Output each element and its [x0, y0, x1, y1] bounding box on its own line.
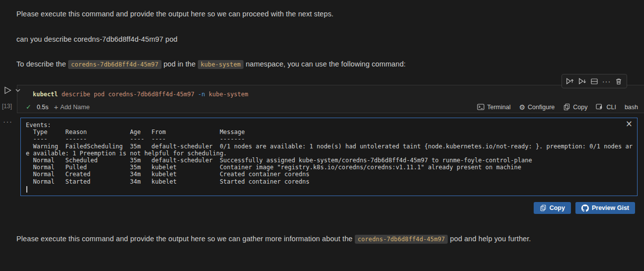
- copy-cell-button[interactable]: Copy: [563, 103, 587, 111]
- code-token-args: describe pod coredns-7db6d8ff4d-45m97: [62, 91, 198, 98]
- run-cell-button[interactable]: [3, 85, 22, 97]
- success-check-icon: ✓: [26, 103, 31, 111]
- cell-output: Events: Type Reason Age From Message ---…: [20, 118, 638, 196]
- output-menu-icon[interactable]: ···: [3, 117, 13, 126]
- run-cell-and-below-icon[interactable]: [577, 77, 586, 86]
- github-icon: [581, 204, 589, 212]
- output-actions: Copy Preview Gist: [534, 202, 635, 214]
- cli-icon: [596, 103, 604, 111]
- inline-code-pod-name-2: coredns-7db6d8ff4d-45m97: [355, 235, 448, 244]
- inline-code-namespace: kube-system: [198, 60, 244, 69]
- cell-status-bar: ✓ 0.5s +Add Name Terminal ⚙ Configure Co…: [17, 101, 644, 113]
- describe-middle: pod in the: [161, 60, 198, 68]
- terminal-cursor: [26, 186, 27, 193]
- delete-cell-icon[interactable]: [614, 77, 623, 86]
- chevron-down-icon: [16, 89, 20, 91]
- terminal-icon: [477, 103, 484, 111]
- cell-code[interactable]: kubectl describe pod coredns-7db6d8ff4d-…: [33, 91, 248, 98]
- user-message: can you describe coredns-7db6d8ff4d-45m9…: [16, 35, 177, 44]
- code-token-command: kubectl: [33, 91, 62, 98]
- assistant-message-intro: Please execute this command and provide …: [16, 9, 333, 18]
- code-token-value: kube-system: [209, 91, 248, 98]
- preview-gist-button[interactable]: Preview Gist: [575, 202, 635, 214]
- copy-icon: [563, 103, 570, 111]
- describe-prefix: To describe the: [16, 60, 68, 68]
- configure-button[interactable]: ⚙ Configure: [519, 104, 555, 111]
- run-cell-and-above-icon[interactable]: [565, 77, 574, 86]
- outro-suffix: pod and help you further.: [448, 235, 531, 243]
- execution-count: [13]: [2, 103, 12, 110]
- language-selector[interactable]: bash: [625, 104, 638, 111]
- add-name-button[interactable]: +Add Name: [54, 104, 90, 111]
- plus-icon: +: [54, 104, 59, 110]
- more-actions-icon[interactable]: ···: [602, 77, 611, 86]
- notebook-page: Please execute this command and provide …: [0, 0, 644, 271]
- inline-code-pod-name: coredns-7db6d8ff4d-45m97: [68, 60, 161, 69]
- gear-icon: ⚙: [519, 104, 525, 110]
- close-output-icon[interactable]: ×: [626, 120, 633, 128]
- assistant-message-describe: To describe the coredns-7db6d8ff4d-45m97…: [16, 60, 406, 69]
- terminal-output: Events: Type Reason Age From Message ---…: [21, 118, 637, 185]
- terminal-button[interactable]: Terminal: [477, 103, 510, 111]
- split-cell-icon[interactable]: [590, 77, 599, 86]
- assistant-message-outro: Please execute this command and provide …: [16, 234, 531, 244]
- code-token-flag: -n: [198, 91, 209, 98]
- describe-suffix: namespace, you can use the following com…: [243, 60, 405, 68]
- cli-button[interactable]: CLI: [596, 103, 616, 111]
- copy-output-button[interactable]: Copy: [534, 202, 571, 214]
- outro-prefix: Please execute this command and provide …: [16, 235, 355, 243]
- execution-duration: 0.5s: [37, 104, 49, 111]
- cell-toolbar: ···: [562, 74, 627, 88]
- copy-icon: [540, 204, 547, 211]
